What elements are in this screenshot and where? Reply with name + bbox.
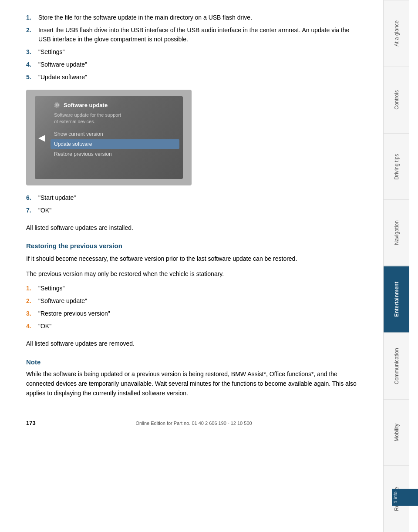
sw-subtitle: Software update for the supportof extern… bbox=[54, 112, 176, 125]
sw-menu-update-software: Update software bbox=[51, 139, 179, 149]
restore-step-2-text: "Software update" bbox=[38, 296, 87, 306]
step-6: 6. "Start update" bbox=[26, 193, 361, 202]
sidebar-tab-communication[interactable]: Communication bbox=[384, 333, 409, 399]
step-1-number: 1. bbox=[26, 13, 38, 22]
restore-step-3: 3. "Restore previous version" bbox=[26, 309, 361, 318]
restore-para1: If it should become necessary, the softw… bbox=[26, 254, 361, 263]
step-3: 3. "Settings" bbox=[26, 47, 361, 57]
restore-step-4-text: "OK" bbox=[38, 322, 51, 331]
step-2-text: Insert the USB flash drive into the USB … bbox=[38, 26, 361, 44]
step-2: 2. Insert the USB flash drive into the U… bbox=[26, 26, 361, 44]
sidebar-tab-driving-tips-label: Driving tips bbox=[394, 154, 400, 179]
page-container: 1. Store the file for the software updat… bbox=[0, 0, 418, 532]
sidebar-tab-driving-tips[interactable]: Driving tips bbox=[384, 133, 409, 200]
restore-heading: Restoring the previous version bbox=[26, 242, 361, 249]
step-1: 1. Store the file for the software updat… bbox=[26, 13, 361, 22]
note-text: While the software is being updated or a… bbox=[26, 369, 361, 398]
sidebar-tab-navigation[interactable]: Navigation bbox=[384, 199, 409, 266]
restore-step-2-number: 2. bbox=[26, 296, 38, 306]
left-arrow-icon: ◀ bbox=[38, 132, 45, 143]
step-5-number: 5. bbox=[26, 73, 38, 82]
sidebar-tab-controls[interactable]: Controls bbox=[384, 67, 409, 133]
step-6-number: 6. bbox=[26, 193, 38, 202]
sidebar-tab-mobility-label: Mobility bbox=[394, 424, 400, 441]
removed-text: All listed software updates are removed. bbox=[26, 339, 361, 348]
note-heading: Note bbox=[26, 358, 361, 366]
step-2-number: 2. bbox=[26, 26, 38, 44]
installed-text: All listed software updates are installe… bbox=[26, 223, 361, 232]
step-7-number: 7. bbox=[26, 206, 38, 215]
restore-step-1-number: 1. bbox=[26, 284, 38, 293]
restore-step-3-number: 3. bbox=[26, 309, 38, 318]
sw-menu-show-version: Show current version bbox=[54, 130, 176, 138]
screenshot-box: ◀ Software update Software update for th… bbox=[26, 90, 192, 185]
step-4-number: 4. bbox=[26, 60, 38, 69]
restore-step-2: 2. "Software update" bbox=[26, 296, 361, 306]
sw-menu-restore-version: Restore previous version bbox=[54, 150, 176, 158]
step-6-text: "Start update" bbox=[38, 193, 76, 202]
sw-header: Software update bbox=[54, 101, 176, 108]
sidebar-tab-at-a-glance-label: At a glance bbox=[394, 20, 400, 47]
sidebar-tab-controls-label: Controls bbox=[394, 90, 400, 110]
step-7: 7. "OK" bbox=[26, 206, 361, 215]
step-5-text: "Update software" bbox=[38, 73, 87, 82]
sidebar-tab-entertainment-label: Entertainment bbox=[394, 282, 400, 317]
step-1-text: Store the file for the software update i… bbox=[38, 13, 252, 22]
footer-text: Online Edition for Part no. 01 40 2 606 … bbox=[135, 421, 252, 426]
sidebar-tab-entertainment[interactable]: Entertainment bbox=[384, 266, 409, 333]
main-content: 1. Store the file for the software updat… bbox=[0, 0, 383, 532]
sidebar-tab-communication-label: Communication bbox=[394, 348, 400, 384]
step-3-number: 3. bbox=[26, 47, 38, 57]
restore-step-1: 1. "Settings" bbox=[26, 284, 361, 293]
sidebar-tab-navigation-label: Navigation bbox=[394, 221, 400, 246]
restore-step-4: 4. "OK" bbox=[26, 322, 361, 331]
restore-step-4-number: 4. bbox=[26, 322, 38, 331]
sw-title: Software update bbox=[64, 102, 108, 108]
restore-steps-list: 1. "Settings" 2. "Software update" 3. "R… bbox=[26, 284, 361, 331]
step-5: 5. "Update software" bbox=[26, 73, 361, 82]
step-4: 4. "Software update" bbox=[26, 60, 361, 69]
gear-icon bbox=[54, 101, 61, 108]
restore-step-3-text: "Restore previous version" bbox=[38, 309, 110, 318]
restore-para2: The previous version may only be restore… bbox=[26, 269, 361, 279]
page-number: 173 bbox=[26, 420, 36, 426]
restore-step-1-text: "Settings" bbox=[38, 284, 65, 293]
step-4-text: "Software update" bbox=[38, 60, 87, 69]
step-7-text: "OK" bbox=[38, 206, 51, 215]
right-sidebar: At a glance Controls Driving tips Naviga… bbox=[383, 0, 409, 532]
step-3-text: "Settings" bbox=[38, 47, 65, 57]
info-badge: 1 info bbox=[392, 489, 418, 506]
info-badge-text: 1 info bbox=[393, 492, 398, 503]
initial-steps-list: 1. Store the file for the software updat… bbox=[26, 13, 361, 82]
continued-steps-list: 6. "Start update" 7. "OK" bbox=[26, 193, 361, 215]
sidebar-tab-at-a-glance[interactable]: At a glance bbox=[384, 0, 409, 67]
screenshot-inner: ◀ Software update Software update for th… bbox=[35, 96, 183, 179]
sidebar-tab-mobility[interactable]: Mobility bbox=[384, 399, 409, 466]
